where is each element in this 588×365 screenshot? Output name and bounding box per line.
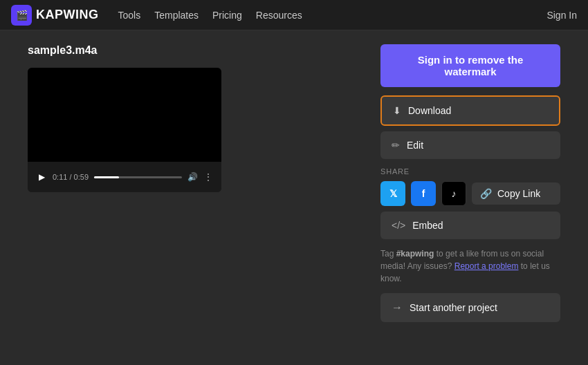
start-project-button[interactable]: → Start another project	[380, 293, 560, 322]
report-link[interactable]: Report a problem	[454, 261, 519, 271]
nav: Tools Templates Pricing Resources	[118, 10, 547, 21]
sign-in-button[interactable]: Sign In	[546, 10, 577, 21]
download-button[interactable]: ⬇ Download	[380, 95, 560, 126]
nav-pricing[interactable]: Pricing	[212, 10, 242, 21]
file-title: sample3.m4a	[28, 44, 353, 57]
watermark-button[interactable]: Sign in to remove the watermark	[380, 44, 560, 87]
progress-bar[interactable]	[94, 176, 182, 178]
download-icon: ⬇	[393, 105, 401, 116]
edit-icon: ✏	[392, 140, 400, 151]
volume-button[interactable]: 🔊	[187, 172, 198, 182]
hashtag: #kapwing	[396, 249, 434, 259]
twitter-button[interactable]: 𝕏	[380, 181, 405, 206]
progress-fill	[94, 176, 119, 178]
link-icon: 🔗	[480, 188, 492, 199]
logo-area: 🎬 KAPWING	[11, 5, 99, 26]
video-display	[28, 68, 221, 162]
nav-templates[interactable]: Templates	[154, 10, 199, 21]
play-button[interactable]: ▶	[36, 171, 47, 182]
nav-resources[interactable]: Resources	[256, 10, 302, 21]
embed-icon: </>	[392, 220, 405, 231]
embed-button[interactable]: </> Embed	[380, 212, 560, 239]
edit-button[interactable]: ✏ Edit	[380, 131, 560, 159]
nav-tools[interactable]: Tools	[118, 10, 141, 21]
video-player: ▶ 0:11 / 0:59 🔊 ⋮	[28, 68, 221, 192]
copy-link-button[interactable]: 🔗 Copy Link	[472, 182, 560, 205]
header: 🎬 KAPWING Tools Templates Pricing Resour…	[0, 0, 588, 30]
video-controls: ▶ 0:11 / 0:59 🔊 ⋮	[28, 162, 221, 192]
tag-text: Tag #kapwing to get a like from us on so…	[380, 247, 560, 285]
arrow-icon: →	[392, 301, 403, 314]
logo-text: KAPWING	[36, 8, 99, 22]
share-label: SHARE	[380, 167, 560, 176]
left-panel: sample3.m4a ▶ 0:11 / 0:59 🔊 ⋮	[28, 44, 353, 351]
right-panel: Sign in to remove the watermark ⬇ Downlo…	[380, 44, 560, 351]
logo-icon: 🎬	[11, 5, 32, 26]
more-options-button[interactable]: ⋮	[203, 171, 213, 182]
share-row: 𝕏 f ♪ 🔗 Copy Link	[380, 181, 560, 206]
facebook-button[interactable]: f	[411, 181, 436, 206]
main-content: sample3.m4a ▶ 0:11 / 0:59 🔊 ⋮ Sign in to…	[0, 30, 588, 365]
tiktok-button[interactable]: ♪	[441, 181, 466, 206]
time-display: 0:11 / 0:59	[53, 173, 89, 181]
